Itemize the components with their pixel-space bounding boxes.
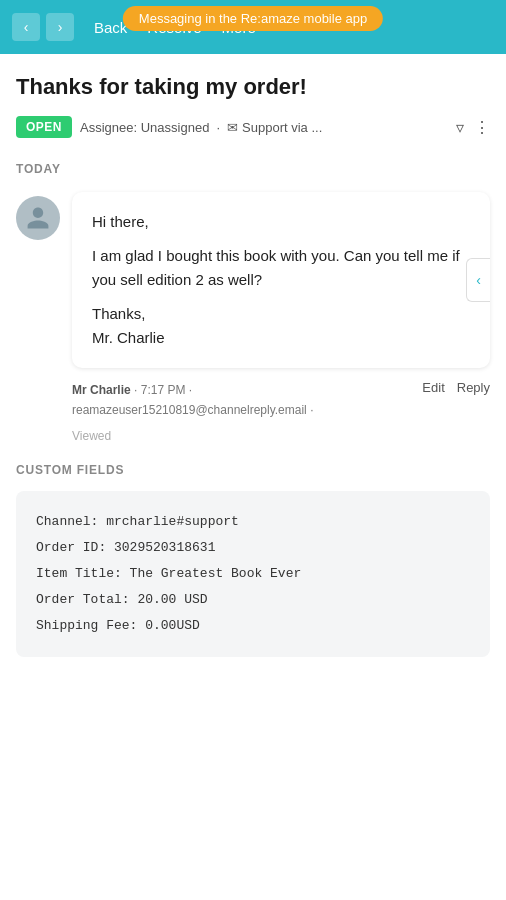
side-panel-toggle[interactable]: ‹ <box>466 258 490 302</box>
message-greeting: Hi there, <box>92 210 470 234</box>
message-body: I am glad I bought this book with you. C… <box>92 244 470 292</box>
message-signoff: Thanks, <box>92 302 470 326</box>
custom-fields-heading: CUSTOM FIELDS <box>16 463 490 477</box>
message-time-separator: · <box>134 383 141 397</box>
edit-button[interactable]: Edit <box>422 380 444 395</box>
nav-next-button[interactable]: › <box>46 13 74 41</box>
reply-button[interactable]: Reply <box>457 380 490 395</box>
email-dot: · <box>310 403 313 417</box>
message-wrapper: Hi there, I am glad I bought this book w… <box>16 192 490 368</box>
message-bubble: Hi there, I am glad I bought this book w… <box>72 192 490 368</box>
meta-bar: OPEN Assignee: Unassigned · ✉ Support vi… <box>16 116 490 138</box>
nav-arrows: ‹ › <box>12 13 74 41</box>
custom-field-order-total: Order Total: 20.00 USD <box>36 587 470 613</box>
today-label: TODAY <box>16 162 490 176</box>
message-meta-left: Mr Charlie · 7:17 PM · reamazeuser152108… <box>72 380 313 421</box>
viewed-label: Viewed <box>72 429 490 443</box>
filter-icon[interactable]: ▿ <box>456 118 464 137</box>
message-name: Mr. Charlie <box>92 326 470 350</box>
message-meta-right: Edit Reply <box>422 380 490 395</box>
assignee-label: Assignee: Unassigned <box>80 120 209 135</box>
support-label: Support via ... <box>242 120 322 135</box>
sender-email: reamazeuser15210819@channelreply.email <box>72 403 307 417</box>
sender-name: Mr Charlie <box>72 383 131 397</box>
support-channel-icon: ✉ <box>227 120 238 135</box>
email-separator: · <box>189 383 192 397</box>
top-navigation-bar: ‹ › Back Resolve More Messaging in the R… <box>0 0 506 54</box>
meta-action-icons: ▿ ⋮ <box>456 118 490 137</box>
page-title: Thanks for taking my order! <box>16 74 490 100</box>
user-avatar-icon <box>25 205 51 231</box>
message-section: TODAY Hi there, I am glad I bought this … <box>16 162 490 657</box>
custom-fields-box: Channel: mrcharlie#support Order ID: 302… <box>16 491 490 657</box>
custom-field-shipping-fee: Shipping Fee: 0.00USD <box>36 613 470 639</box>
avatar <box>16 196 60 240</box>
message-time: 7:17 PM <box>141 383 186 397</box>
page-content: Thanks for taking my order! OPEN Assigne… <box>0 54 506 677</box>
custom-field-order-id: Order ID: 3029520318631 <box>36 535 470 561</box>
notification-banner: Messaging in the Re:amaze mobile app <box>123 6 383 31</box>
custom-field-channel: Channel: mrcharlie#support <box>36 509 470 535</box>
assignee-info: Assignee: Unassigned · ✉ Support via ... <box>80 120 448 135</box>
nav-prev-button[interactable]: ‹ <box>12 13 40 41</box>
message-meta: Mr Charlie · 7:17 PM · reamazeuser152108… <box>72 380 490 421</box>
custom-field-item-title: Item Title: The Greatest Book Ever <box>36 561 470 587</box>
status-badge: OPEN <box>16 116 72 138</box>
more-options-icon[interactable]: ⋮ <box>474 118 490 137</box>
